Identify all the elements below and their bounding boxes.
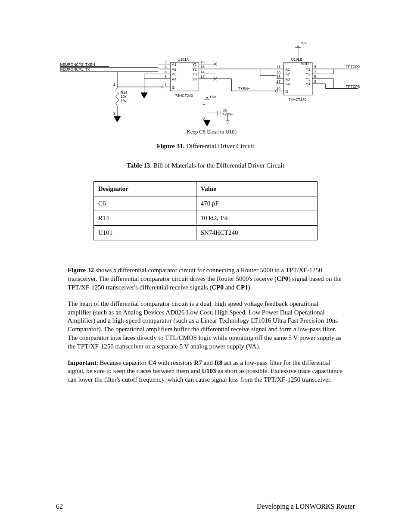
u101a-ref: U101A bbox=[177, 57, 189, 62]
svg-text:Y4: Y4 bbox=[192, 77, 197, 81]
net-txen: TXEN~ bbox=[238, 87, 250, 91]
bom-row: C6470 pF bbox=[94, 196, 318, 211]
sig-neuroncp2-txen: NEURONCP2_TXEN bbox=[60, 62, 95, 67]
svg-line-46 bbox=[297, 45, 298, 48]
svg-text:17: 17 bbox=[277, 79, 281, 84]
svg-text:3: 3 bbox=[314, 79, 316, 84]
u101b-type: 74HCT240 bbox=[289, 97, 306, 102]
svg-text:11: 11 bbox=[277, 65, 281, 69]
bom-row: R1410 kΩ, 1% bbox=[94, 211, 318, 226]
rail-5v: +5V bbox=[300, 41, 307, 45]
svg-text:G: G bbox=[285, 89, 288, 93]
svg-text:5: 5 bbox=[314, 75, 316, 79]
svg-text:Y2: Y2 bbox=[306, 72, 311, 76]
u101a-type: 74HCT240 bbox=[175, 93, 193, 98]
bom-header-designator: Designator bbox=[94, 182, 196, 196]
figure-caption: Figure 31. Differential Driver Circuit bbox=[56, 143, 355, 150]
bom-header-value: Value bbox=[196, 182, 317, 196]
svg-text:A4: A4 bbox=[285, 82, 290, 86]
c6-ref: C6 bbox=[223, 108, 227, 112]
sig-neuroncp1-tx: NEURONCP1_TX bbox=[60, 67, 90, 72]
svg-text:G: G bbox=[172, 85, 175, 90]
svg-text:Y3: Y3 bbox=[192, 72, 197, 76]
svg-text:A3: A3 bbox=[285, 77, 290, 81]
r14-ref: R14 bbox=[121, 90, 128, 95]
svg-text:19: 19 bbox=[277, 87, 281, 91]
svg-text:Y2: Y2 bbox=[192, 67, 197, 72]
svg-text:16: 16 bbox=[200, 65, 205, 69]
svg-text:15: 15 bbox=[277, 75, 281, 79]
bom-row: U101SN74HCT240 bbox=[94, 226, 318, 240]
r14-val: 10k bbox=[121, 94, 127, 99]
svg-text:1: 1 bbox=[113, 82, 115, 87]
svg-line-47 bbox=[298, 45, 299, 48]
footer-section: Developing a LONWORKS Router bbox=[257, 503, 355, 510]
svg-text:A1: A1 bbox=[285, 67, 290, 72]
svg-text:8: 8 bbox=[165, 75, 167, 79]
svg-marker-5 bbox=[114, 116, 121, 122]
svg-text:Y1: Y1 bbox=[192, 62, 197, 67]
paragraph-2: The heart of the differential comparator… bbox=[68, 300, 343, 351]
svg-text:4: 4 bbox=[165, 65, 167, 69]
svg-text:6: 6 bbox=[165, 70, 167, 74]
bom-table: Designator Value C6470 pF R1410 kΩ, 1% U… bbox=[93, 181, 318, 240]
schematic-note: Keep C6 Close to U101 bbox=[187, 129, 237, 135]
svg-text:A1: A1 bbox=[172, 62, 177, 67]
svg-text:18: 18 bbox=[200, 60, 205, 64]
svg-line-61 bbox=[207, 97, 209, 100]
page-number: 62 bbox=[56, 503, 63, 510]
table-caption: Table 13. Bill of Materials for the Diff… bbox=[56, 162, 355, 169]
svg-text:Y1: Y1 bbox=[306, 67, 311, 72]
svg-text:1: 1 bbox=[165, 83, 167, 87]
svg-text:VDD: VDD bbox=[301, 62, 308, 66]
svg-text:9: 9 bbox=[314, 65, 316, 69]
differential-driver-schematic: 1 2 NEURONCP2_TXEN NEURONCP1_TX R14 10k … bbox=[56, 39, 366, 137]
bom-header-row: Designator Value bbox=[94, 182, 318, 196]
svg-text:14: 14 bbox=[200, 70, 205, 74]
svg-marker-63 bbox=[141, 93, 147, 98]
net-tptcp3: TPTCP3 bbox=[346, 84, 360, 89]
paragraph-3: Important: Because capacitor C4 with res… bbox=[68, 359, 343, 384]
svg-marker-49 bbox=[204, 120, 210, 126]
c6-val: 470pF bbox=[223, 112, 233, 116]
svg-text:Y3: Y3 bbox=[306, 77, 311, 81]
svg-text:A4: A4 bbox=[172, 77, 177, 81]
svg-text:2: 2 bbox=[113, 111, 115, 115]
svg-text:13: 13 bbox=[277, 70, 281, 74]
u101b-ref: U101B bbox=[291, 57, 302, 62]
net-tptcp2: TPTCP2 bbox=[346, 65, 360, 69]
r14-tol: 1% bbox=[121, 99, 126, 103]
paragraph-1: Figure 32 shows a differential comparato… bbox=[68, 266, 343, 292]
svg-text:7: 7 bbox=[314, 70, 316, 74]
svg-text:A3: A3 bbox=[172, 72, 177, 76]
svg-line-60 bbox=[206, 97, 207, 100]
svg-text:2: 2 bbox=[165, 60, 167, 64]
svg-text:12: 12 bbox=[200, 75, 205, 79]
c6-rail: +5V bbox=[209, 95, 216, 99]
svg-text:A2: A2 bbox=[172, 67, 177, 72]
svg-text:Y4: Y4 bbox=[306, 82, 311, 86]
svg-text:2: 2 bbox=[203, 117, 205, 121]
svg-text:1: 1 bbox=[203, 101, 205, 106]
svg-text:A2: A2 bbox=[285, 72, 290, 76]
